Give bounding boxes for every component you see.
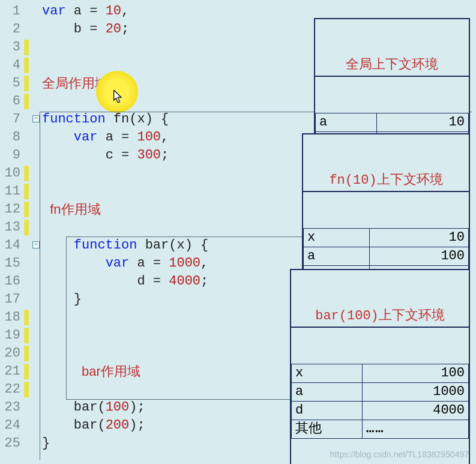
key-cell: a	[304, 247, 370, 266]
table-row: x10	[304, 229, 469, 247]
change-marker	[24, 328, 29, 343]
line-number: 18	[0, 309, 20, 327]
line-number: 20	[0, 345, 20, 363]
fold-toggle-icon[interactable]: −	[32, 115, 40, 122]
line-number: 12	[0, 200, 20, 218]
key-cell: x	[304, 229, 370, 247]
table-row: a10	[316, 113, 469, 132]
change-marker	[24, 166, 29, 181]
table-row: x100	[292, 364, 469, 383]
change-marker	[24, 346, 29, 361]
table-title: bar(100)上下文环境	[291, 306, 469, 328]
value-cell: ……	[363, 420, 469, 439]
line-number: 1	[0, 2, 20, 20]
value-cell: 100	[370, 247, 469, 266]
bar-context-table: bar(100)上下文环境 x100a1000d4000其他……	[290, 269, 470, 464]
line-number: 8	[0, 128, 20, 146]
change-marker	[24, 76, 29, 91]
table-title: 全局上下文环境	[315, 55, 469, 77]
line-number: 7	[0, 110, 20, 128]
change-marker	[24, 94, 29, 109]
line-number: 17	[0, 291, 20, 309]
key-cell: a	[316, 113, 377, 132]
line-number: 23	[0, 399, 20, 417]
line-number-gutter: 1234567891011121314151617181920212223242…	[0, 0, 24, 464]
line-number: 24	[0, 417, 20, 435]
change-marker-column	[24, 0, 31, 464]
table-title: fn(10)上下文环境	[303, 170, 469, 192]
key-cell: 其他	[292, 420, 363, 439]
key-cell: d	[292, 402, 363, 420]
line-number: 10	[0, 164, 20, 182]
fold-toggle-icon[interactable]: −	[32, 241, 40, 249]
table-row: a100	[304, 247, 469, 266]
table-row: d4000	[292, 402, 469, 420]
line-number: 3	[0, 38, 20, 56]
line-number: 9	[0, 146, 20, 164]
line-number: 21	[0, 363, 20, 381]
key-cell: a	[292, 383, 363, 402]
code-editor: 1234567891011121314151617181920212223242…	[0, 0, 476, 464]
line-number: 4	[0, 56, 20, 74]
table-row: 其他……	[292, 420, 469, 439]
line-number: 19	[0, 327, 20, 345]
change-marker	[24, 310, 29, 325]
line-number: 25	[0, 435, 20, 453]
line-number: 5	[0, 74, 20, 92]
line-number: 2	[0, 20, 20, 38]
code-area: var a = 10, b = 20;全局作用域function fn(x) {…	[42, 0, 476, 464]
key-cell: x	[292, 364, 363, 383]
watermark-text: https://blog.csdn.net/TL18382950497	[330, 450, 469, 459]
value-cell: 10	[370, 229, 469, 247]
change-marker	[24, 40, 29, 55]
change-marker	[24, 202, 29, 217]
change-marker	[24, 220, 29, 235]
line-number: 11	[0, 182, 20, 200]
change-marker	[24, 184, 29, 199]
line-number: 16	[0, 273, 20, 291]
value-cell: 100	[363, 364, 469, 383]
line-number: 22	[0, 381, 20, 399]
fold-column: −−	[31, 0, 42, 464]
change-marker	[24, 364, 29, 379]
table-row: a1000	[292, 383, 469, 402]
line-number: 6	[0, 92, 20, 110]
change-marker	[24, 382, 29, 397]
line-number: 15	[0, 255, 20, 273]
line-number: 14	[0, 237, 20, 255]
value-cell: 10	[377, 113, 469, 132]
value-cell: 1000	[363, 383, 469, 402]
change-marker	[24, 58, 29, 73]
value-cell: 4000	[363, 402, 469, 420]
line-number: 13	[0, 218, 20, 237]
